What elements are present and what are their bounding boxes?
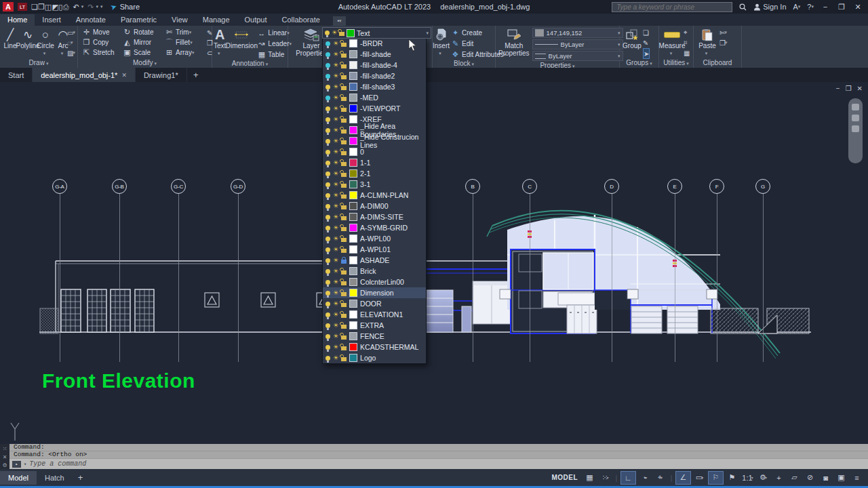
draw-tool-button[interactable]: ∿ Polyline ▾ — [20, 27, 36, 49]
command-prompt-icon[interactable]: ▸ — [12, 461, 21, 468]
sun-icon[interactable]: ☀ — [333, 127, 338, 134]
lock-icon[interactable] — [341, 129, 347, 134]
command-input-placeholder[interactable]: Type a command — [29, 460, 86, 468]
layer-row[interactable]: ☀ _Hide Construcion Lines — [323, 136, 426, 146]
sun-icon[interactable]: ☀ — [333, 214, 338, 220]
sun-icon[interactable]: ☀ — [333, 52, 338, 58]
object-color-control[interactable]: 147,149,152 ▾ — [532, 28, 623, 38]
grid-display[interactable]: ▦ ▾ — [583, 472, 597, 484]
new-drawing-tab-button[interactable]: + — [187, 68, 205, 82]
redo-dropdown-icon[interactable]: ▾ — [96, 4, 98, 9]
lock-icon[interactable] — [341, 314, 347, 318]
quick-calculator[interactable]: ⌗ — [684, 38, 690, 47]
doc-minimize-button[interactable]: − — [836, 85, 840, 92]
file-tab-close-icon[interactable]: ✕ — [121, 72, 127, 79]
modify-tool-button[interactable]: ⊞ Array ▾ — [165, 47, 205, 58]
autodesk-app-menu[interactable]: A▾ — [793, 3, 801, 11]
bulb-icon[interactable] — [326, 171, 330, 176]
isolate-objects[interactable]: ⊘ ▾ — [803, 472, 817, 484]
layout-tab[interactable]: Model — [0, 471, 37, 485]
copy-clip[interactable]: ❐▾ — [719, 38, 727, 47]
insert-block-button[interactable]: Insert ▾ — [433, 27, 450, 57]
search-input[interactable] — [615, 3, 713, 12]
sun-icon[interactable]: ☀ — [333, 95, 338, 101]
bulb-icon[interactable] — [326, 302, 330, 306]
help-menu[interactable]: ?▾ — [807, 3, 814, 11]
undo-button[interactable]: ↶ — [73, 2, 79, 12]
pan-icon[interactable] — [852, 104, 859, 110]
sun-icon[interactable]: ☀ — [333, 258, 338, 264]
bulb-icon[interactable] — [326, 237, 330, 241]
sep[interactable]: | ▾ — [614, 472, 619, 484]
maximize-button[interactable]: ❐ — [837, 3, 846, 12]
modify-panel-label[interactable]: Modify▾ — [78, 59, 212, 68]
measure-button[interactable]: Measure ▾ — [660, 27, 684, 57]
command-settings-icon[interactable]: ⚙ — [2, 462, 7, 468]
bulb-icon[interactable] — [326, 334, 330, 339]
annotation-tool-button[interactable]: ↝Leader ▾ — [257, 39, 292, 49]
ribbon-tab[interactable]: Insert — [35, 14, 68, 26]
sun-icon[interactable]: ☀ — [333, 279, 338, 285]
bulb-icon[interactable] — [326, 139, 330, 144]
group-edit[interactable]: ✎ — [643, 38, 650, 47]
sign-in-button[interactable]: Sign In — [753, 3, 786, 11]
lock-icon[interactable] — [341, 325, 347, 329]
rectangle[interactable]: ▭▾ — [67, 28, 75, 37]
lock-icon[interactable] — [341, 97, 347, 101]
lock-icon[interactable] — [341, 140, 347, 144]
lock-icon[interactable] — [341, 75, 347, 79]
annotation-scale[interactable]: 1:1 ▾ — [741, 472, 755, 484]
sun-icon[interactable]: ☀ — [333, 323, 338, 329]
bulb-icon[interactable] — [326, 182, 330, 187]
sun-icon[interactable]: ☀ — [333, 355, 338, 361]
lock-icon[interactable] — [341, 151, 347, 155]
dimension-button[interactable]: Dimension — [228, 27, 255, 49]
quick-properties[interactable]: ▱ ▾ — [787, 472, 802, 484]
bulb-icon[interactable] — [326, 85, 330, 89]
save-as-icon[interactable]: ◩ — [52, 3, 58, 11]
lock-icon[interactable] — [341, 346, 347, 350]
sun-icon[interactable]: ☀ — [333, 149, 338, 155]
bulb-icon[interactable] — [326, 117, 330, 122]
lock-icon[interactable] — [341, 281, 347, 285]
ribbon-options-button[interactable]: ▪ ▾ — [333, 16, 347, 26]
sun-icon[interactable]: ☀ — [333, 192, 338, 199]
modify-tool-button[interactable]: ✛ Move ▾ — [82, 27, 123, 37]
navigation-bar[interactable] — [848, 98, 863, 163]
layout-tab[interactable]: + — [73, 471, 89, 484]
layer-row[interactable]: ☀ 3-1 — [323, 179, 426, 190]
modify-tool-button[interactable]: ❐ Copy ▾ — [82, 37, 123, 47]
lock-icon[interactable] — [341, 270, 347, 274]
file-tab[interactable]: Drawing1* ✕ — [136, 68, 187, 82]
object-snap-tracking[interactable]: ⌖ ▾ — [653, 472, 667, 484]
bulb-icon[interactable] — [326, 226, 330, 230]
sun-icon[interactable]: ☀ — [333, 290, 338, 296]
annotation-tool-button[interactable]: ↔Linear ▾ — [257, 28, 292, 38]
layer-row[interactable]: ☀ A-CLMN-PLAN — [323, 190, 426, 201]
lock-icon[interactable] — [341, 260, 347, 264]
lock-icon[interactable] — [341, 227, 347, 231]
sun-icon[interactable]: ☀ — [333, 344, 338, 350]
sun-icon[interactable]: ☀ — [333, 247, 338, 253]
lock-icon[interactable] — [341, 43, 347, 47]
close-button[interactable]: ✕ — [853, 3, 863, 12]
sun-icon[interactable]: ☀ — [333, 41, 338, 47]
bulb-icon[interactable] — [326, 323, 330, 328]
sun-icon[interactable]: ☀ — [333, 203, 338, 209]
layer-row[interactable]: ☀ -fill-shade-4 — [323, 60, 426, 70]
snap-mode[interactable]: ⁙ ▾ — [598, 472, 612, 484]
ortho-mode[interactable]: ∟ ▾ — [620, 471, 636, 485]
point-style[interactable]: ▦ — [684, 48, 690, 58]
sun-icon[interactable]: ☀ — [333, 171, 338, 177]
draw-panel-label[interactable]: Draw▾ — [0, 59, 77, 68]
bulb-icon[interactable] — [326, 74, 330, 79]
sun-icon[interactable]: ☀ — [333, 138, 338, 144]
text-button[interactable]: A Text ▾ — [214, 27, 226, 57]
clean-screen[interactable]: ▣ ▾ — [834, 472, 848, 484]
sun-icon[interactable]: ☀ — [333, 312, 338, 318]
bulb-icon[interactable] — [326, 247, 330, 252]
bulb-icon[interactable] — [326, 96, 330, 100]
zoom-icon[interactable] — [852, 115, 859, 121]
sep[interactable]: | ▾ — [669, 472, 674, 484]
ribbon-tab[interactable]: Annotate — [68, 14, 113, 26]
